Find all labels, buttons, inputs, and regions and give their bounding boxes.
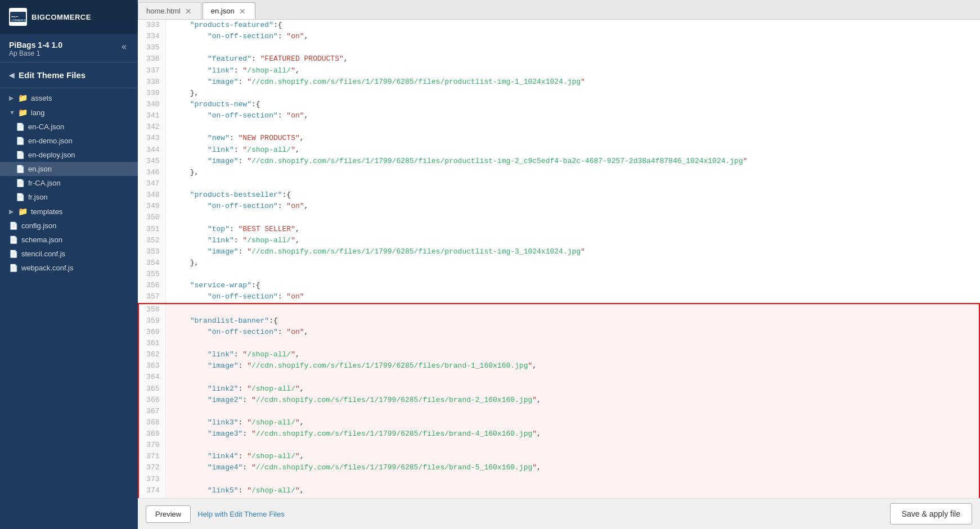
line-code[interactable]: "service-wrap":{ [165,280,979,291]
sidebar-item-config[interactable]: 📄 config.json [0,219,138,233]
logo-box: BIG COMMERCE [9,8,27,26]
table-row: 364 [138,372,979,383]
sidebar-item-assets[interactable]: ▶ 📁 assets [0,91,138,105]
tab-en-json[interactable]: en.json ✕ [203,2,255,19]
sidebar-item-webpack[interactable]: 📄 webpack.conf.js [0,261,138,275]
line-code[interactable] [165,304,979,315]
tab-close-home[interactable]: ✕ [184,7,193,15]
line-code[interactable]: "image3": "//cdn.shopify.com/s/files/1/1… [165,428,979,440]
save-apply-button[interactable]: Save & apply file [890,503,972,525]
line-code[interactable]: "link4": "/shop-all/", [165,451,979,462]
line-code[interactable]: "image4": "//cdn.shopify.com/s/files/1/1… [165,462,979,473]
file-icon: 📄 [16,179,25,187]
line-code[interactable]: "on-off-section": "on", [165,327,979,338]
line-code[interactable]: "image": "//cdn.shopify.com/s/files/1/17… [165,360,979,372]
file-icon: 📄 [9,264,18,272]
table-row: 346 }, [138,167,979,178]
sidebar-item-en-CA[interactable]: 📄 en-CA.json [0,120,138,134]
line-code[interactable]: "link": "/shop-all/", [165,65,979,76]
line-number: 357 [138,291,165,303]
line-code[interactable]: "link": "/shop-all/", [165,235,979,246]
tree-label: config.json [21,221,56,230]
table-row: 371 "link4": "/shop-all/", [138,451,979,462]
tab-home-html[interactable]: home.html ✕ [138,2,201,19]
line-code[interactable]: "brandlist-banner":{ [165,315,979,327]
line-code[interactable]: "link": "/shop-all/", [165,349,979,360]
table-row: 343 "new": "NEW PRODUCTS", [138,133,979,144]
tree-label: fr.json [28,193,48,201]
section-header[interactable]: ◀ Edit Theme Files [0,62,138,88]
line-code[interactable]: "image": "//cdn.shopify.com/s/files/1/17… [165,156,979,167]
sidebar-item-fr-json[interactable]: 📄 fr.json [0,190,138,204]
line-code[interactable] [165,406,979,417]
expand-icon: ▼ [9,109,15,116]
table-row: 339 }, [138,88,979,99]
sidebar-item-en-deploy[interactable]: 📄 en-deploy.json [0,148,138,162]
line-code[interactable] [165,269,979,280]
line-code[interactable]: "image2": "//cdn.shopify.com/s/files/1/1… [165,395,979,406]
line-code[interactable]: }, [165,167,979,178]
help-link[interactable]: Help with Edit Theme Files [197,510,284,518]
sidebar-item-en-json[interactable]: 📄 en.json [0,162,138,176]
table-row: 367 [138,406,979,417]
line-number: 337 [138,65,165,76]
line-number: 364 [138,372,165,383]
line-number: 359 [138,315,165,327]
line-code[interactable]: }, [165,257,979,269]
line-code[interactable]: "link2": "/shop-all/", [165,383,979,395]
file-icon: 📄 [9,250,18,258]
line-code[interactable]: "on-off-section": "on", [165,201,979,212]
line-code[interactable]: "products-featured":{ [165,20,979,31]
table-row: 356 "service-wrap":{ [138,280,979,291]
collapse-button[interactable]: « [119,40,129,53]
sidebar-item-templates[interactable]: ▶ 📁 templates [0,204,138,219]
tab-close-en[interactable]: ✕ [238,7,247,15]
line-code[interactable]: "on-off-section": "on", [165,110,979,121]
line-number: 344 [138,144,165,156]
file-icon: 📄 [16,123,25,131]
table-row: 357 "on-off-section": "on" [138,291,979,303]
line-number: 374 [138,485,165,496]
preview-button[interactable]: Preview [146,505,191,523]
logo-area: BIG COMMERCE BIGCOMMERCE [9,8,91,26]
line-code[interactable]: "products-new":{ [165,99,979,110]
line-number: 358 [138,304,165,315]
line-number: 340 [138,99,165,110]
table-row: 345 "image": "//cdn.shopify.com/s/files/… [138,156,979,167]
line-number: 369 [138,428,165,440]
sidebar-item-stencil[interactable]: 📄 stencil.conf.js [0,247,138,261]
sidebar-item-fr-CA[interactable]: 📄 fr-CA.json [0,176,138,190]
line-code[interactable]: "featured": "FEATURED PRODUCTS", [165,53,979,65]
line-code[interactable]: "products-bestseller":{ [165,189,979,201]
tree-label: en.json [28,165,52,173]
line-code[interactable]: "image": "//cdn.shopify.com/s/files/1/17… [165,246,979,257]
line-code[interactable]: "on-off-section": "on" [165,291,979,303]
line-number: 375 [138,496,165,498]
line-code[interactable]: "top": "BEST SELLER", [165,224,979,235]
file-icon: 📄 [16,137,25,145]
code-table: 333 "products-featured":{334 "on-off-sec… [138,20,980,498]
line-code[interactable] [165,178,979,189]
line-code[interactable]: "link": "/shop-all/", [165,144,979,156]
sidebar-item-schema[interactable]: 📄 schema.json [0,233,138,247]
line-code[interactable] [165,212,979,223]
svg-text:COMMERCE: COMMERCE [11,19,26,22]
line-code[interactable]: "image": "//cdn.shopify.com/s/files/1/17… [165,76,979,88]
sidebar-item-en-demo[interactable]: 📄 en-demo.json [0,134,138,148]
line-code[interactable]: "new": "NEW PRODUCTS", [165,133,979,144]
line-code[interactable]: }, [165,88,979,99]
line-code[interactable]: "link5": "/shop-all/", [165,485,979,496]
line-code[interactable] [165,338,979,349]
line-code[interactable] [165,42,979,53]
line-code[interactable]: "on-off-section": "on", [165,31,979,42]
line-code[interactable] [165,440,979,451]
line-code[interactable]: "image5": "//cdn.shopify.com/s/files/1/1… [165,496,979,498]
line-code[interactable]: "link3": "/shop-all/", [165,417,979,428]
line-number: 366 [138,395,165,406]
line-code[interactable] [165,474,979,485]
editor-area[interactable]: 333 "products-featured":{334 "on-off-sec… [138,20,980,498]
line-code[interactable] [165,121,979,133]
line-number: 360 [138,327,165,338]
line-code[interactable] [165,372,979,383]
sidebar-item-lang[interactable]: ▼ 📁 lang [0,105,138,120]
